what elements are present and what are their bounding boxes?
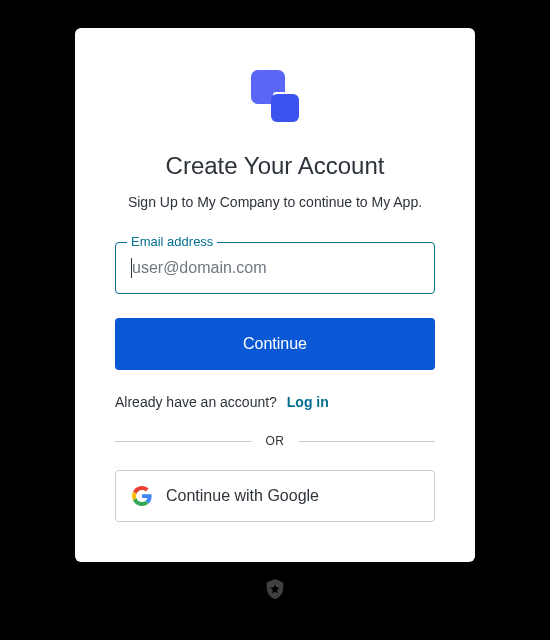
login-prompt-text: Already have an account?: [115, 394, 277, 410]
page-subtitle: Sign Up to My Company to continue to My …: [115, 194, 435, 210]
divider-label: OR: [252, 434, 299, 448]
company-logo-icon: [247, 68, 303, 124]
google-icon: [132, 486, 152, 506]
text-caret-icon: [131, 258, 132, 278]
google-button-label: Continue with Google: [166, 487, 319, 505]
email-field-wrapper: Email address: [115, 242, 435, 294]
login-link[interactable]: Log in: [287, 394, 329, 410]
page-title: Create Your Account: [115, 152, 435, 180]
divider: OR: [115, 434, 435, 448]
auth-provider-badge-icon: [264, 578, 286, 600]
email-input[interactable]: [115, 242, 435, 294]
logo-container: [115, 68, 435, 124]
login-prompt-row: Already have an account? Log in: [115, 394, 435, 410]
signup-card: Create Your Account Sign Up to My Compan…: [75, 28, 475, 562]
continue-button[interactable]: Continue: [115, 318, 435, 370]
email-label: Email address: [127, 234, 217, 249]
google-signin-button[interactable]: Continue with Google: [115, 470, 435, 522]
